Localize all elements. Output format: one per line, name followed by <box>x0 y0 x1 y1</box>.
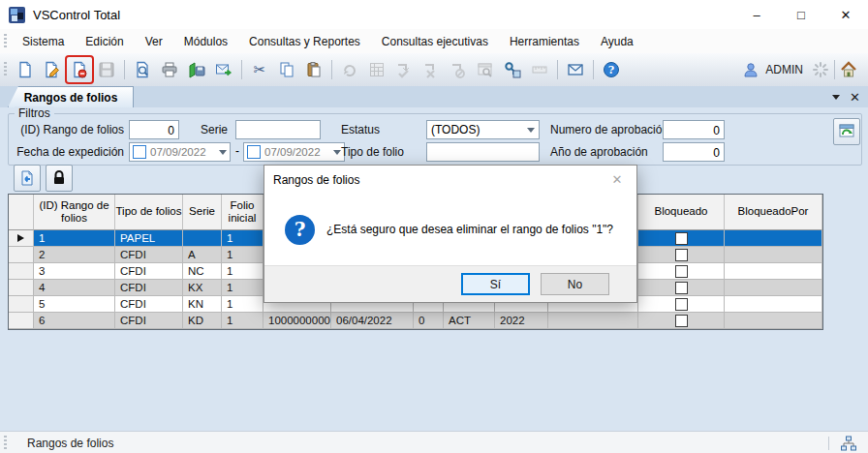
tab-rangos-de-folios[interactable]: Rangos de folios <box>8 86 134 107</box>
copy-button[interactable] <box>274 57 299 82</box>
column-header--id-rango-de-folios[interactable]: (ID) Rango de folios <box>34 195 115 230</box>
calculator-grid-button <box>364 57 389 82</box>
delete-document-button[interactable] <box>67 57 92 82</box>
estatus-label: Estatus <box>341 120 380 139</box>
num-aprobacion-input[interactable]: 0 <box>663 120 725 139</box>
menu-módulos[interactable]: Módulos <box>173 32 238 51</box>
date-range-separator: - <box>235 144 239 158</box>
tipo-folio-input[interactable] <box>426 142 540 162</box>
tabstrip: Rangos de folios ✕ <box>0 86 868 108</box>
column-header-bloqueado[interactable]: Bloqueado <box>638 195 725 230</box>
bloqueado-cell <box>638 263 725 280</box>
new-document-button[interactable] <box>13 57 38 82</box>
bloqueado-checkbox[interactable] <box>675 315 688 327</box>
spinner-icon <box>811 60 830 79</box>
chevron-down-icon <box>219 150 227 155</box>
print-icon <box>161 61 178 78</box>
table-row[interactable]: 6CFDIKD1100000000006/04/20220ACT2022 <box>9 313 822 329</box>
grid-cell: KX <box>183 280 222 296</box>
id-rango-input[interactable]: 0 <box>129 120 179 139</box>
maximize-button[interactable]: □ <box>779 0 823 29</box>
bloqueado-checkbox[interactable] <box>675 232 688 245</box>
statusbar-separator <box>828 437 829 450</box>
dialog-message: ¿Está seguro que desea eliminar el rango… <box>326 223 613 236</box>
grid-cell <box>725 296 822 313</box>
cut-icon: ✂ <box>254 61 266 78</box>
column-header-tipo-de-folios[interactable]: Tipo de folios <box>115 195 183 230</box>
export-file-icon <box>188 61 205 78</box>
paste-button[interactable] <box>301 57 326 82</box>
row-selector-cell <box>9 313 34 329</box>
grid-cell: A <box>183 247 222 263</box>
fecha-desde-checkbox[interactable] <box>133 145 146 159</box>
question-icon: ? <box>285 215 315 245</box>
grid-cell: NC <box>183 263 222 280</box>
minimize-button[interactable]: – <box>734 0 779 29</box>
toolbar-separator <box>557 60 558 79</box>
key-save-button[interactable] <box>500 57 525 82</box>
menu-ver[interactable]: Ver <box>135 32 173 51</box>
column-header-serie[interactable]: Serie <box>183 195 222 230</box>
grid-cell: 1 <box>222 247 264 263</box>
grid-cell: ACT <box>444 313 495 329</box>
grid-cell: 06/04/2022 <box>331 313 414 329</box>
dialog-titlebar: Rangos de folios ✕ <box>264 166 636 194</box>
menu-edición[interactable]: Edición <box>75 32 134 51</box>
bloqueado-checkbox[interactable] <box>675 265 688 278</box>
envelope-button[interactable] <box>563 57 588 82</box>
print-preview-button[interactable] <box>130 57 155 82</box>
column-header-bloqueadopor[interactable]: BloqueadoPor <box>725 195 822 230</box>
toolbar-separator <box>593 60 594 79</box>
fecha-hasta-checkbox[interactable] <box>247 145 261 159</box>
apply-filter-button[interactable] <box>14 165 41 192</box>
edit-document-button[interactable] <box>40 57 65 82</box>
grid-cell: KN <box>183 296 222 313</box>
estatus-value: (TODOS) <box>431 123 480 136</box>
help-button[interactable]: ? <box>599 57 624 82</box>
grid-cell <box>725 313 822 329</box>
cut-button[interactable]: ✂ <box>247 57 272 82</box>
tab-close-icon[interactable]: ✕ <box>850 90 860 105</box>
reject-record-icon <box>422 61 440 78</box>
grid-cell: 2022 <box>495 313 548 329</box>
menu-sistema[interactable]: Sistema <box>12 32 75 51</box>
column-header-folio-inicial[interactable]: Folio inicial <box>222 195 264 230</box>
send-mail-button[interactable] <box>211 57 236 82</box>
grid-cell: CFDI <box>115 247 183 263</box>
grid-cell: 6 <box>34 313 115 329</box>
serie-input[interactable] <box>235 120 321 139</box>
refresh-grid-button[interactable] <box>833 118 860 145</box>
tab-list-dropdown-icon[interactable] <box>832 95 840 100</box>
confirm-delete-dialog: Rangos de folios ✕ ? ¿Está seguro que de… <box>264 165 637 303</box>
menu-herramientas[interactable]: Herramientas <box>499 32 590 51</box>
menu-consultas-y-reportes[interactable]: Consultas y Reportes <box>238 32 371 51</box>
grid-cell: CFDI <box>115 280 183 296</box>
no-button[interactable]: No <box>541 273 609 295</box>
menu-ayuda[interactable]: Ayuda <box>590 32 644 51</box>
bloqueado-checkbox[interactable] <box>675 298 688 311</box>
bloqueado-checkbox[interactable] <box>675 282 688 294</box>
bloqueado-cell <box>638 313 725 329</box>
toolbar: ✂? ADMIN <box>0 53 868 87</box>
dialog-close-icon[interactable]: ✕ <box>598 166 636 194</box>
cancel-record-icon <box>450 61 467 78</box>
close-button[interactable]: ✕ <box>823 0 868 29</box>
cancel-record-button <box>446 57 471 82</box>
yes-button[interactable]: Sí <box>461 273 530 295</box>
home-icon[interactable] <box>839 60 858 79</box>
num-aprobacion-label: Numero de aprobación <box>550 120 668 139</box>
refresh-data-button <box>337 57 362 82</box>
menu-consultas-ejecutivas[interactable]: Consultas ejecutivas <box>371 32 499 51</box>
print-button[interactable] <box>157 57 182 82</box>
anio-aprobacion-input[interactable]: 0 <box>663 142 725 162</box>
bloqueado-checkbox[interactable] <box>675 249 688 261</box>
fecha-desde-picker[interactable]: 07/09/2022 <box>129 142 231 162</box>
estatus-select[interactable]: (TODOS) <box>426 120 540 139</box>
measure-tool-icon <box>531 61 548 78</box>
measure-tool-button <box>527 57 552 82</box>
fecha-hasta-picker[interactable]: 07/09/2022 <box>243 142 345 162</box>
export-file-button[interactable] <box>184 57 209 82</box>
lock-button[interactable] <box>46 165 73 192</box>
anio-aprobacion-label: Año de aprobación <box>550 142 648 162</box>
grid-cell: 2 <box>34 247 115 263</box>
